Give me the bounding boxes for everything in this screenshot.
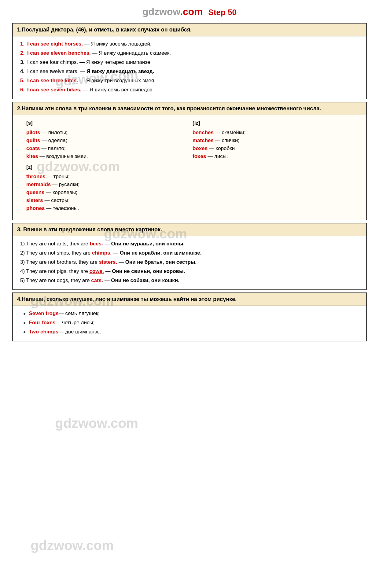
task1-body: 1. I can see eight horses. — Я вижу восе… xyxy=(13,36,366,99)
list-item: 3. I can see four chimps. — Я вижу четыр… xyxy=(20,58,362,67)
step-label: Step 50 xyxy=(208,8,237,17)
task3-section: 3. Впиши в эти предложения слова вместо … xyxy=(12,223,367,290)
task4-header: 4.Напиши, сколько лягушек, лис и шимпанз… xyxy=(13,293,366,306)
task3-body: 1) They are not ants, they are bees. — О… xyxy=(13,236,366,289)
list-item: Seven frogs — семь лягушек; xyxy=(23,309,362,318)
task2-item: matches — спички; xyxy=(193,137,353,145)
watermark-6: gdzwow.com xyxy=(31,538,114,553)
site-name-red: .com xyxy=(180,6,203,17)
list-item: 3) They are not brothers, they are siste… xyxy=(20,258,362,267)
task1-header: 1.Послушай диктора, (46), и отметь, в ка… xyxy=(13,24,366,36)
task3-header: 3. Впиши в эти предложения слова вместо … xyxy=(13,223,366,236)
list-item: 2. I can see eleven benches. — Я вижу од… xyxy=(20,49,362,58)
list-item: 1. I can see eight horses. — Я вижу восе… xyxy=(20,39,362,49)
task2-item: kites — воздушные змеи. xyxy=(26,153,186,160)
task2-item: foxes — лисы. xyxy=(193,153,353,160)
task2-body: [s] pilots — пилоты; quilts — одеяла; co… xyxy=(13,115,366,220)
task2-item: quilts — одеяла; xyxy=(26,137,186,145)
task2-s-col: [s] pilots — пилоты; quilts — одеяла; co… xyxy=(23,120,190,160)
list-item: Two chimps — две шимпанзе. xyxy=(23,327,362,336)
task1-section: 1.Послушай диктора, (46), и отметь, в ка… xyxy=(12,23,367,99)
list-item: 6. I can see seven bikes. — Я вижу семь … xyxy=(20,85,362,94)
task2-section: 2.Напиши эти слова в три колонки в завис… xyxy=(12,102,367,220)
list-item: 5) They are not dogs, they are cats. — О… xyxy=(20,276,362,285)
task2-iz-col: [iz] benches — скамейки; matches — спичк… xyxy=(190,120,356,160)
list-item: 5. I can see three kites. — Я вижу три в… xyxy=(20,76,362,85)
task2-header: 2.Напиши эти слова в три колонки в завис… xyxy=(13,102,366,115)
list-item: Four foxes — четыре лисы; xyxy=(23,318,362,327)
task2-item: boxes — коробки xyxy=(193,145,353,153)
list-item: 4) They are not pigs, they are cows. — О… xyxy=(20,267,362,276)
task2-z-header: [z] xyxy=(26,164,356,170)
task2-item: queens — королевы; xyxy=(26,189,356,197)
list-item: 1) They are not ants, they are bees. — О… xyxy=(20,239,362,248)
task2-item: pilots — пилоты; xyxy=(26,129,186,137)
task4-body: Seven frogs — семь лягушек; Four foxes —… xyxy=(13,306,366,341)
task4-section: 4.Напиши, сколько лягушек, лис и шимпанз… xyxy=(12,292,367,341)
list-item: 2) They are not ships, they are chimps. … xyxy=(20,248,362,258)
list-item: 4. I can see twelve stars. — Я вижу двен… xyxy=(20,67,362,76)
site-title: gdzwow.com Step 50 xyxy=(142,6,237,17)
task1-list: 1. I can see eight horses. — Я вижу восе… xyxy=(17,39,362,94)
task2-iz-header: [iz] xyxy=(193,120,353,126)
task2-grid: [s] pilots — пилоты; quilts — одеяла; co… xyxy=(17,118,362,162)
task2-item: sisters — сестры; xyxy=(26,197,356,204)
task4-list: Seven frogs — семь лягушек; Four foxes —… xyxy=(17,309,362,336)
site-header: gdzwow.com Step 50 xyxy=(12,6,367,17)
task2-item: phones — телефоны. xyxy=(26,204,356,212)
task2-item: thrones — троны; xyxy=(26,173,356,181)
task2-z-section: [z] thrones — троны; mermaids — русалки;… xyxy=(17,162,362,215)
task2-item: mermaids — русалки; xyxy=(26,181,356,189)
watermark-5: gdzwow.com xyxy=(55,416,138,431)
task2-item: benches — скамейки; xyxy=(193,129,353,137)
task2-item: coats — пальто; xyxy=(26,145,186,153)
task3-list: 1) They are not ants, they are bees. — О… xyxy=(17,239,362,285)
task2-s-header: [s] xyxy=(26,120,186,126)
site-name-gray: gdzwow xyxy=(142,6,180,17)
